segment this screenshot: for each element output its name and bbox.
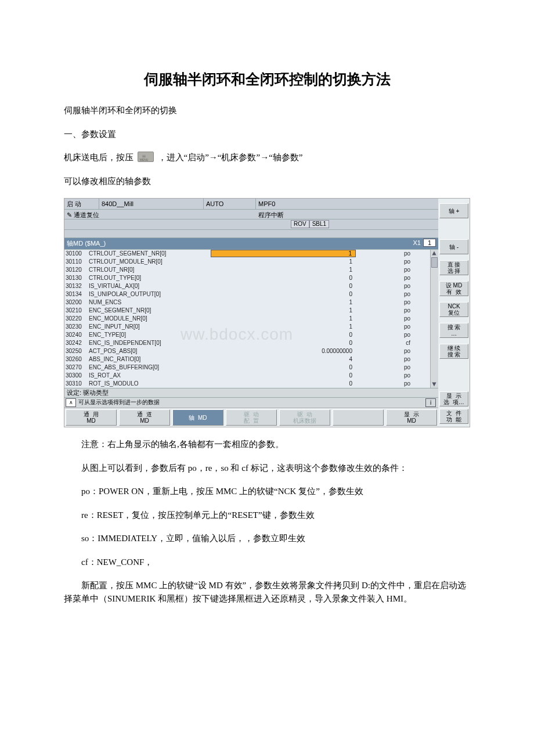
bottom-softkey[interactable]: 通 道 MD bbox=[119, 409, 170, 426]
md-id: 30300 bbox=[64, 372, 89, 380]
md-row[interactable]: 30230ENC_INPUT_NR[0]1po bbox=[64, 323, 430, 331]
md-id: 30310 bbox=[64, 380, 89, 388]
md-name: CTRLOUT_NR[0] bbox=[89, 266, 211, 274]
md-effect: po bbox=[356, 290, 420, 298]
channel-reset-text: 通道复位 bbox=[74, 211, 99, 218]
md-id: 30240 bbox=[64, 331, 89, 339]
up-arrow-icon: ∧ bbox=[66, 398, 76, 407]
pencil-icon: ✎ bbox=[67, 211, 72, 218]
md-effect: po bbox=[356, 355, 420, 363]
info-icon[interactable]: i bbox=[425, 398, 436, 407]
bottom-softkey[interactable]: 驱 动 配 置 bbox=[226, 409, 277, 426]
md-row[interactable]: 30250ACT_POS_ABS[0]0.00000000po bbox=[64, 347, 430, 355]
softkey-nck-reset[interactable]: NCK 复位 bbox=[439, 302, 468, 317]
md-row[interactable]: 30270ENC_ABS_BUFFERING[0]0po bbox=[64, 363, 430, 372]
scroll-up-icon[interactable] bbox=[431, 250, 438, 257]
hmi-mpf: MPF0 bbox=[256, 199, 438, 209]
softkey-search[interactable]: 搜 索 … bbox=[439, 323, 468, 338]
softkey-axis-minus[interactable]: 轴 - bbox=[439, 239, 468, 254]
doc-title: 伺服轴半闭环和全闭环控制的切换方法 bbox=[64, 70, 470, 89]
hmi-program-name: 840D__Mill bbox=[99, 199, 204, 209]
md-id: 30100 bbox=[64, 250, 89, 258]
md-name: ACT_POS_ABS[0] bbox=[89, 347, 211, 355]
softkey-file-functions[interactable]: 文 件 功 能 bbox=[439, 409, 468, 424]
md-row[interactable]: 30100CTRLOUT_SEGMENT_NR[0]1po bbox=[64, 250, 430, 258]
md-value[interactable]: 1 bbox=[211, 250, 356, 257]
md-effect: po bbox=[356, 372, 420, 380]
softkey-continue-search[interactable]: 继 续 搜 索 bbox=[439, 344, 468, 359]
md-row[interactable]: 30134IS_UNIPOLAR_OUTPUT[0]0po bbox=[64, 290, 430, 298]
hmi-screenshot: 启 动 840D__Mill AUTO MPF0 ✎ 通道复位 程序中断 ROV… bbox=[64, 198, 470, 427]
md-value[interactable]: 0.00000000 bbox=[211, 347, 356, 355]
md-name: IS_ROT_AX bbox=[89, 372, 211, 380]
hmi-badges: ROV SBL1 bbox=[64, 219, 438, 230]
softkey-set-md-active[interactable]: 设 MD 有 效 bbox=[439, 281, 468, 296]
md-value[interactable]: 0 bbox=[211, 331, 356, 339]
hmi-mode: AUTO bbox=[204, 199, 256, 209]
md-value[interactable]: 4 bbox=[211, 355, 356, 363]
md-row[interactable]: 30210ENC_SEGMENT_NR[0]1po bbox=[64, 307, 430, 315]
md-row[interactable]: 30260ABS_INC_RATIO[0]4po bbox=[64, 355, 430, 363]
scroll-down-icon[interactable] bbox=[431, 381, 438, 388]
md-row[interactable]: 30300IS_ROT_AX0po bbox=[64, 372, 430, 380]
right-softkeys: 轴 - 直 接 选 择 设 MD 有 效 NCK 复位 搜 索 … 继 续 搜 … bbox=[438, 238, 470, 408]
md-value[interactable]: 0 bbox=[211, 274, 356, 282]
softkey-axis-plus[interactable]: 轴 + bbox=[439, 203, 468, 218]
md-effect: po bbox=[356, 363, 420, 372]
md-effect: po bbox=[356, 315, 420, 323]
md-value[interactable]: 0 bbox=[211, 363, 356, 372]
filter-label: 轴MD ($MA_) bbox=[64, 238, 256, 249]
md-value[interactable]: 0 bbox=[211, 290, 356, 298]
hint-text: 可从显示选项得到进一步的数据 bbox=[77, 398, 425, 406]
md-value[interactable]: 1 bbox=[211, 258, 356, 266]
softkey-display-options[interactable]: 显 示 选 项… bbox=[439, 391, 468, 406]
md-value[interactable]: 1 bbox=[211, 266, 356, 274]
status-text: 设定: 驱动类型 bbox=[64, 388, 438, 397]
md-value[interactable]: 0 bbox=[211, 339, 356, 347]
md-row[interactable]: 30310ROT_IS_MODULO0po bbox=[64, 380, 430, 388]
md-table: 30100CTRLOUT_SEGMENT_NR[0]1po30110CTRLOU… bbox=[64, 250, 430, 388]
md-value[interactable]: 0 bbox=[211, 282, 356, 290]
md-value[interactable]: 1 bbox=[211, 298, 356, 307]
md-effect: po bbox=[356, 323, 420, 331]
md-row[interactable]: 30200NUM_ENCS1po bbox=[64, 298, 430, 307]
md-id: 30230 bbox=[64, 323, 89, 331]
md-row[interactable]: 30120CTRLOUT_NR[0]1po bbox=[64, 266, 430, 274]
bottom-softkey[interactable]: 驱 动 机床数据 bbox=[279, 409, 330, 426]
md-name: CTRLOUT_SEGMENT_NR[0] bbox=[89, 250, 211, 258]
md-row[interactable]: 30130CTRLOUT_TYPE[0]0po bbox=[64, 274, 430, 282]
hmi-spacer bbox=[64, 230, 438, 238]
md-name: ENC_MODULE_NR[0] bbox=[89, 315, 211, 323]
md-row[interactable]: 30110CTRLOUT_MODULE_NR[0]1po bbox=[64, 258, 430, 266]
scrollbar[interactable] bbox=[430, 250, 438, 388]
md-row[interactable]: 30240ENC_TYPE[0]0po bbox=[64, 331, 430, 339]
badge-sbl1: SBL1 bbox=[309, 220, 329, 228]
md-value[interactable]: 1 bbox=[211, 307, 356, 315]
md-name: IS_UNIPOLAR_OUTPUT[0] bbox=[89, 290, 211, 298]
scroll-thumb[interactable] bbox=[431, 257, 438, 268]
md-value[interactable]: 1 bbox=[211, 323, 356, 331]
md-effect: po bbox=[356, 258, 420, 266]
softkey-direct-select[interactable]: 直 接 选 择 bbox=[439, 260, 468, 275]
md-value[interactable]: 1 bbox=[211, 315, 356, 323]
bottom-softkey[interactable]: 轴 MD bbox=[172, 409, 223, 426]
md-value[interactable]: 0 bbox=[211, 380, 356, 388]
md-effect: po bbox=[356, 298, 420, 307]
step-2: 可以修改相应的轴参数 bbox=[64, 175, 470, 188]
hmi-top-row: 启 动 840D__Mill AUTO MPF0 ✎ 通道复位 程序中断 ROV… bbox=[64, 199, 470, 238]
md-id: 30242 bbox=[64, 339, 89, 347]
note-axis: 注意：右上角显示的轴名,各轴都有一套相应的参数。 bbox=[64, 438, 470, 451]
hmi-area-label: 启 动 bbox=[64, 199, 99, 209]
md-row[interactable]: 30220ENC_MODULE_NR[0]1po bbox=[64, 315, 430, 323]
md-value[interactable]: 0 bbox=[211, 372, 356, 380]
md-name: ENC_TYPE[0] bbox=[89, 331, 211, 339]
axis-index-input[interactable]: 1 bbox=[423, 239, 436, 247]
md-row[interactable]: 30242ENC_IS_INDEPENDENT[0]0cf bbox=[64, 339, 430, 347]
md-id: 30130 bbox=[64, 274, 89, 282]
note-newconf: 新配置，按压 MMC 上的软键“设 MD 有效”，参数生效将景象文件拷贝到 D:… bbox=[64, 579, 470, 605]
bottom-softkey[interactable]: 显 示 MD bbox=[386, 409, 437, 426]
md-name: CTRLOUT_TYPE[0] bbox=[89, 274, 211, 282]
md-row[interactable]: 30132IS_VIRTUAL_AX[0]0po bbox=[64, 282, 430, 290]
md-name: NUM_ENCS bbox=[89, 298, 211, 307]
bottom-softkey[interactable]: 通 用 MD bbox=[66, 409, 117, 426]
